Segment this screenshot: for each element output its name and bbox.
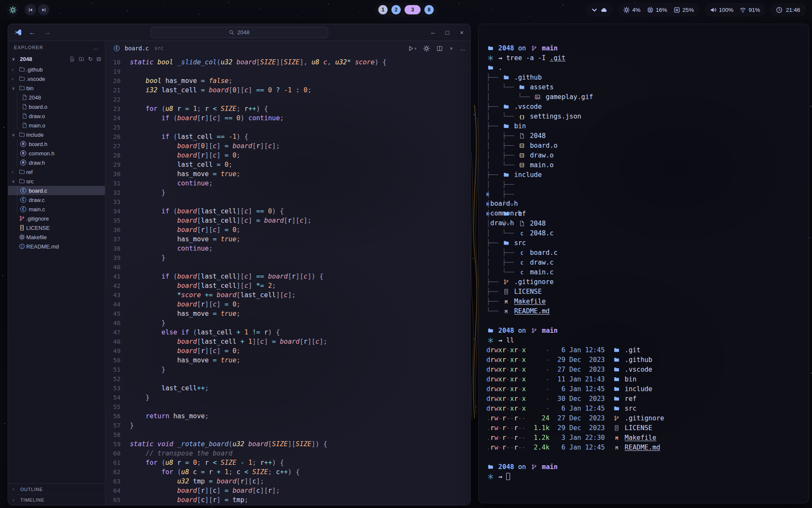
- outline-panel[interactable]: › OUTLINE: [8, 484, 105, 494]
- media-previous-button[interactable]: [25, 4, 36, 15]
- close-editor-button[interactable]: ×: [450, 45, 453, 52]
- explorer-item-draw.h[interactable]: Hdraw.h: [8, 158, 105, 167]
- code-line-32: 32 }: [105, 188, 470, 197]
- gear-logo-icon: [9, 6, 16, 14]
- file-icon: [20, 104, 28, 110]
- explorer-item-2048[interactable]: 2048: [8, 93, 105, 102]
- explorer-item-bin[interactable]: ∨bin: [8, 83, 105, 93]
- line-number: 61: [105, 458, 130, 467]
- explorer-item-board.c[interactable]: Cboard.c: [8, 186, 105, 195]
- project-root-item[interactable]: ∨ 2048 ↻ ⊟: [8, 54, 105, 64]
- explorer-item-label: main.o: [29, 122, 45, 129]
- line-number: 63: [105, 477, 130, 486]
- folder-icon: [518, 83, 526, 92]
- terminal-line: │ ├── H common.h: [486, 190, 801, 199]
- terminal-line: drwxr-xr-x - 6 Jan 12:45 src: [486, 404, 801, 414]
- image-icon: [534, 92, 542, 102]
- line-number: 26: [105, 132, 130, 141]
- close-button[interactable]: ×: [460, 29, 464, 36]
- explorer-item-.gitignore[interactable]: .gitignore: [8, 214, 105, 223]
- clock-pill[interactable]: 21:46: [770, 3, 806, 17]
- folderO-icon: [18, 76, 26, 82]
- titlebar-search[interactable]: 2048: [151, 27, 328, 38]
- make-icon: M: [613, 433, 621, 443]
- code-line-51: 51 }: [105, 365, 470, 374]
- nav-back-button[interactable]: ←: [29, 29, 36, 36]
- media-next-button[interactable]: [38, 4, 49, 15]
- chip-stat: 16%: [647, 7, 667, 13]
- weather-pill[interactable]: [585, 3, 613, 17]
- folder-icon: [613, 345, 621, 355]
- explorer-item-main.o[interactable]: main.o: [8, 121, 105, 130]
- explorer-item-README.md[interactable]: README.md: [8, 242, 105, 251]
- explorer-item-draw.o[interactable]: draw.o: [8, 111, 105, 121]
- system-stats-pill[interactable]: 4%16%25%: [617, 3, 700, 17]
- snow-icon: [486, 336, 494, 345]
- timeline-panel-label: TIMELINE: [20, 497, 44, 502]
- explorer-item-label: 2048: [29, 94, 41, 101]
- run-button[interactable]: ∨: [408, 45, 417, 52]
- workspace-8[interactable]: 8: [425, 5, 434, 14]
- terminal-line: → ll: [486, 336, 801, 345]
- folder-icon: [502, 102, 510, 112]
- file-icon: [518, 131, 526, 141]
- explorer-item-src[interactable]: ∨src: [8, 177, 105, 186]
- explorer-item-main.c[interactable]: Cmain.c: [8, 204, 105, 214]
- folder-icon: [486, 326, 494, 336]
- refresh-button[interactable]: ↻: [88, 56, 93, 62]
- folder-icon: [502, 209, 510, 219]
- folder-icon: [613, 404, 621, 414]
- explorer-item-board.o[interactable]: board.o: [8, 102, 105, 111]
- explorer-item-common.h[interactable]: Hcommon.h: [8, 149, 105, 158]
- code-line-53: 53 last_cell++;: [105, 384, 470, 393]
- line-number: 60: [105, 449, 130, 458]
- explorer-item-Makefile[interactable]: Makefile: [8, 232, 105, 242]
- explorer-item-LICENSE[interactable]: LICENSE: [8, 223, 105, 232]
- more-actions-button[interactable]: …: [460, 45, 465, 52]
- chevron-down-icon: ∨: [12, 179, 18, 184]
- explorer-item-.vscode[interactable]: ›.vscode: [8, 74, 105, 83]
- editor-tabbar: C board.c src ∨ × …: [105, 41, 470, 55]
- explorer-item-draw.c[interactable]: Cdraw.c: [8, 195, 105, 204]
- tab-board-c[interactable]: C board.c src: [110, 41, 167, 55]
- timeline-panel[interactable]: › TIMELINE: [8, 494, 105, 505]
- line-number: 59: [105, 439, 130, 449]
- code-editor[interactable]: 18static bool _slide_col(u32 board[SIZE]…: [105, 55, 470, 505]
- explorer-item-ref[interactable]: ›ref: [8, 167, 105, 177]
- terminal-line: │ ├── C draw.c: [486, 258, 801, 268]
- explorer-item-.github[interactable]: ›.github: [8, 65, 105, 74]
- new-folder-button[interactable]: [79, 56, 84, 62]
- workspace-1[interactable]: 1: [379, 5, 388, 14]
- explorer-item-board.h[interactable]: Hboard.h: [8, 139, 105, 149]
- chip-icon: [647, 7, 653, 13]
- chevron-down-icon: [591, 7, 598, 13]
- terminal-line: │ └── C 2048.c: [486, 229, 801, 238]
- explorer-item-label: ref: [26, 169, 33, 175]
- folder-icon: [486, 63, 494, 73]
- audio-net-pill[interactable]: 100%91%: [704, 3, 766, 17]
- explorer-more-icon[interactable]: …: [93, 44, 99, 51]
- new-file-button[interactable]: [69, 56, 75, 62]
- collapse-all-button[interactable]: ⊟: [96, 56, 101, 62]
- code-line-39: 39 }: [105, 253, 470, 262]
- workspace-2[interactable]: 2: [392, 5, 401, 14]
- clock-icon: [776, 7, 782, 13]
- explorer-item-label: .vscode: [26, 76, 45, 82]
- bin-icon: [518, 160, 526, 170]
- system-menu-button[interactable]: [6, 3, 19, 17]
- wifi-stat: 91%: [740, 7, 760, 13]
- minimize-button[interactable]: –: [431, 29, 435, 36]
- terminal-window[interactable]: 2048 on main → tree -a -I .git .├── .git…: [478, 24, 809, 503]
- explorer-item-include[interactable]: ∨include: [8, 130, 105, 139]
- maximize-button[interactable]: □: [445, 29, 449, 36]
- line-number: 33: [105, 197, 130, 207]
- code-line-49: 49 board[r][c] = 0;: [105, 346, 470, 356]
- workspace-3[interactable]: 3: [405, 5, 421, 14]
- split-editor-button[interactable]: [436, 45, 443, 52]
- editor-titlebar: ← → 2048 – □ ×: [8, 24, 470, 41]
- chevron-right-icon: ›: [13, 487, 19, 491]
- settings-button[interactable]: [423, 45, 430, 52]
- tab-directory: src: [154, 45, 164, 51]
- nav-forward-button[interactable]: →: [44, 29, 51, 36]
- chevron-down-icon: ∨: [12, 133, 18, 137]
